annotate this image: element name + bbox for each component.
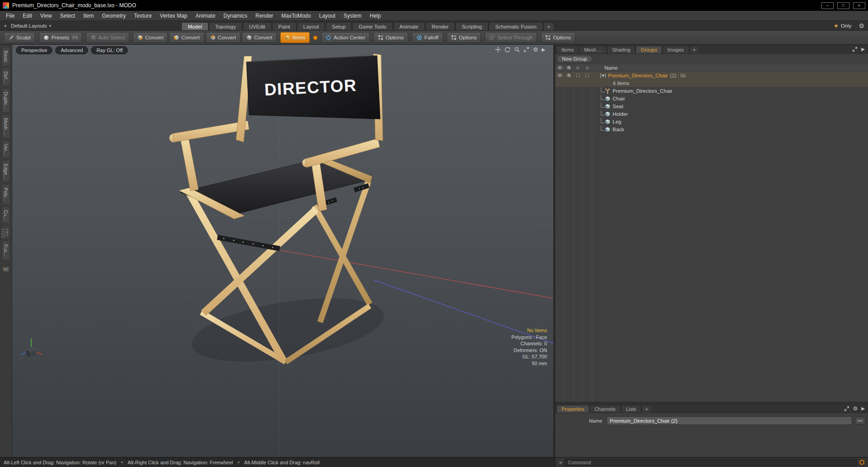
tab-channels[interactable]: Channels bbox=[590, 405, 620, 413]
action-center-options-button[interactable]: Options bbox=[373, 32, 408, 43]
close-button[interactable]: × bbox=[853, 2, 865, 9]
menu-system[interactable]: System bbox=[340, 12, 366, 20]
add-panel-tab-button[interactable]: + bbox=[689, 46, 699, 53]
panel-menu-arrow-icon[interactable]: ▶ bbox=[861, 47, 865, 52]
layout-tab-render[interactable]: Render bbox=[425, 22, 455, 30]
layout-selector-dropdown[interactable]: Default Layouts ▾ bbox=[11, 23, 51, 29]
panel-tab-images[interactable]: Images bbox=[662, 46, 689, 53]
panel-tab-items[interactable]: Items bbox=[557, 46, 579, 53]
layout-tab-setup[interactable]: Setup bbox=[326, 22, 352, 30]
panel-collapse-handle[interactable] bbox=[0, 227, 6, 239]
item-name-input[interactable] bbox=[607, 416, 852, 425]
toolbox-tab-duplicate[interactable]: Duplic... bbox=[2, 88, 10, 113]
panel-maximize-icon[interactable] bbox=[852, 47, 858, 52]
presets-button[interactable]: Presets F6 bbox=[39, 32, 82, 43]
layout-tab-topology[interactable]: Topology bbox=[209, 22, 242, 30]
menu-edit[interactable]: Edit bbox=[19, 12, 36, 20]
zoom-icon[interactable] bbox=[514, 47, 520, 52]
ray-gl-button[interactable]: Ray GL: Off bbox=[91, 46, 128, 54]
menu-animate[interactable]: Animate bbox=[191, 12, 219, 20]
menu-file[interactable]: File bbox=[2, 12, 19, 20]
only-toggle[interactable]: Only bbox=[841, 23, 852, 29]
viewport-3d[interactable]: DIRECTOR Perspective Advanced Ray GL: Of… bbox=[12, 45, 553, 457]
action-center-button[interactable]: Action Center bbox=[321, 32, 370, 43]
panel-tab-mesh-ops[interactable]: Mesh ... bbox=[579, 46, 607, 53]
command-record-icon[interactable] bbox=[859, 460, 864, 465]
menu-texture[interactable]: Texture bbox=[130, 12, 156, 20]
tab-lists[interactable]: Lists bbox=[621, 405, 642, 413]
toggle-box[interactable] bbox=[576, 74, 580, 77]
menu-render[interactable]: Render bbox=[251, 12, 277, 20]
gear-icon[interactable]: ⚙ bbox=[859, 22, 864, 29]
orbit-icon[interactable] bbox=[505, 47, 510, 52]
convert-vertices-button[interactable]: Convert bbox=[133, 32, 168, 43]
falloff-button[interactable]: Falloff bbox=[412, 32, 443, 43]
select-through-button[interactable]: Select Through bbox=[485, 32, 537, 43]
tree-group-row[interactable]: Premium_Directors_Chair (2) : Gr bbox=[555, 71, 868, 79]
viewport-menu-arrow-icon[interactable]: ▶ bbox=[542, 48, 545, 52]
toolbox-tab-fusion[interactable]: Fus... bbox=[2, 241, 10, 260]
layout-tab-layout[interactable]: Layout bbox=[297, 22, 326, 30]
tree-item-chair[interactable]: Chair bbox=[555, 95, 868, 102]
expand-field-button[interactable]: >> bbox=[855, 417, 865, 424]
command-input[interactable] bbox=[565, 459, 857, 466]
menu-dynamics[interactable]: Dynamics bbox=[219, 12, 251, 20]
shading-mode-button[interactable]: Advanced bbox=[55, 46, 88, 54]
tree-item-leg[interactable]: Leg bbox=[555, 118, 868, 125]
panel-tab-shading[interactable]: Shading bbox=[607, 46, 635, 53]
eye-icon[interactable] bbox=[557, 73, 563, 77]
toggle-box[interactable] bbox=[585, 74, 589, 77]
panel-maximize-icon[interactable] bbox=[844, 406, 849, 411]
minimize-button[interactable]: – bbox=[821, 2, 834, 9]
layout-tab-schematic-fusion[interactable]: Schematic Fusion bbox=[489, 22, 542, 30]
menu-vertex-map[interactable]: Vertex Map bbox=[156, 12, 192, 20]
view-type-button[interactable]: Perspective bbox=[16, 46, 52, 54]
lock-column-icon[interactable] bbox=[576, 67, 579, 69]
toolbox-tab-deform[interactable]: Def... bbox=[2, 68, 10, 86]
sculpt-button[interactable]: Sculpt bbox=[4, 32, 35, 43]
convert-items-button[interactable]: Convert bbox=[242, 32, 277, 43]
visibility-eye-icon[interactable] bbox=[557, 66, 563, 70]
layout-tab-game-tools[interactable]: Game Tools bbox=[352, 22, 392, 30]
layout-tab-animate[interactable]: Animate bbox=[393, 22, 425, 30]
menu-view[interactable]: View bbox=[36, 12, 56, 20]
convert-edges-button[interactable]: Convert bbox=[169, 32, 204, 43]
add-layout-tab-button[interactable]: + bbox=[543, 22, 555, 30]
toolbox-tab-vertex[interactable]: Ver... bbox=[2, 140, 10, 158]
toolbox-tab-basic[interactable]: Basic bbox=[2, 47, 10, 66]
maximize-button[interactable]: □ bbox=[837, 2, 849, 9]
pin-layout-icon[interactable]: ▲ bbox=[4, 24, 7, 28]
select-through-options-button[interactable]: Options bbox=[541, 32, 576, 43]
pan-icon[interactable] bbox=[495, 47, 501, 52]
toolbox-tab-curves[interactable]: Cu... bbox=[2, 206, 10, 224]
toolbox-tab-edge[interactable]: Edge... bbox=[2, 160, 10, 182]
command-prompt-icon[interactable]: > bbox=[559, 460, 562, 465]
tree-item-premium-directors-chair[interactable]: Premium_Directors_Chair bbox=[555, 87, 868, 95]
items-mode-button[interactable]: Items bbox=[280, 32, 310, 43]
tree-item-seat[interactable]: Seat bbox=[555, 102, 868, 110]
panel-tab-groups[interactable]: Groups bbox=[636, 46, 662, 53]
layout-tab-scripting[interactable]: Scripting bbox=[455, 22, 488, 30]
palette-icon[interactable] bbox=[3, 267, 9, 272]
tree-item-holder[interactable]: Holder bbox=[555, 110, 868, 118]
tab-properties[interactable]: Properties bbox=[557, 405, 589, 413]
viewport-settings-gear-icon[interactable]: ⚙ bbox=[533, 47, 538, 52]
new-group-button[interactable]: New Group bbox=[557, 55, 592, 62]
layout-tab-paint[interactable]: Paint bbox=[272, 22, 297, 30]
add-properties-tab-button[interactable]: + bbox=[642, 405, 651, 413]
layout-tab-model[interactable]: Model bbox=[181, 22, 208, 30]
maximize-viewport-icon[interactable] bbox=[524, 47, 529, 52]
render-cube-icon[interactable] bbox=[566, 66, 571, 70]
layout-tab-uvedit[interactable]: UVEdit bbox=[243, 22, 272, 30]
filter-column-icon[interactable] bbox=[586, 67, 589, 69]
toolbox-tab-polygon[interactable]: Poly... bbox=[2, 184, 10, 204]
menu-help[interactable]: Help bbox=[366, 12, 385, 20]
menu-maxtomodo[interactable]: MaxToModo bbox=[277, 12, 315, 20]
panel-menu-arrow-icon[interactable]: ▶ bbox=[861, 406, 865, 411]
toolbox-tab-mesh-edit[interactable]: Mesh ... bbox=[2, 114, 10, 138]
menu-layout[interactable]: Layout bbox=[315, 12, 340, 20]
menu-geometry[interactable]: Geometry bbox=[98, 12, 130, 20]
menu-item[interactable]: Item bbox=[79, 12, 98, 20]
auto-select-button[interactable]: Auto Select bbox=[86, 32, 129, 43]
menu-select[interactable]: Select bbox=[56, 12, 79, 20]
